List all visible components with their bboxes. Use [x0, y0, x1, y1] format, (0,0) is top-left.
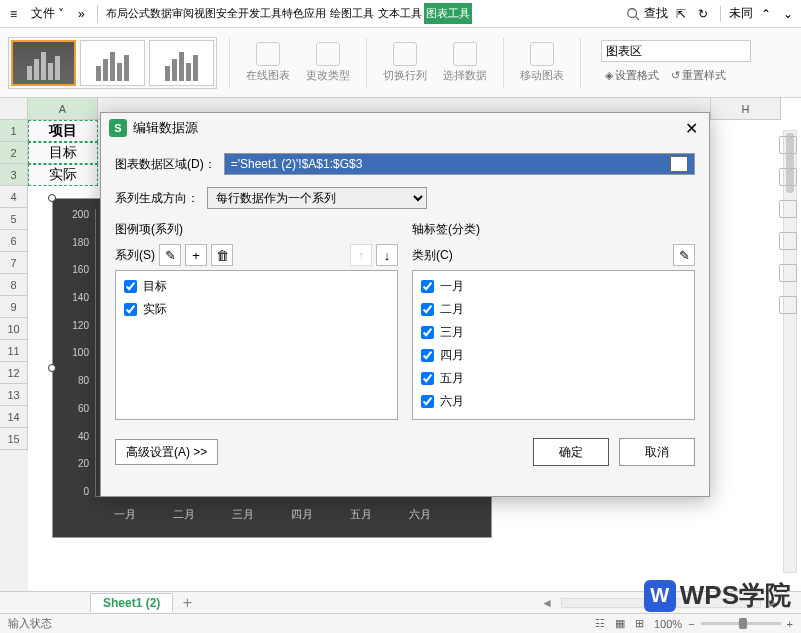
- list-item[interactable]: 三月: [417, 321, 690, 344]
- dialog-titlebar[interactable]: S 编辑数据源 ✕: [101, 113, 709, 143]
- scroll-left-icon[interactable]: ◄: [541, 596, 555, 610]
- tabs-compact[interactable]: 布局公式数据审阅视图安全开发工具特色应用: [104, 3, 328, 24]
- online-chart-button[interactable]: 在线图表: [242, 38, 294, 87]
- move-down-button[interactable]: ↓: [376, 244, 398, 266]
- advanced-button[interactable]: 高级设置(A) >>: [115, 439, 218, 465]
- up-icon[interactable]: ⌃: [761, 7, 775, 21]
- select-all-corner[interactable]: [0, 98, 28, 120]
- list-item[interactable]: 实际: [120, 298, 393, 321]
- row-header[interactable]: 7: [0, 252, 28, 274]
- row-header[interactable]: 14: [0, 406, 28, 428]
- view-icon-1[interactable]: ☷: [595, 617, 605, 630]
- zoom-in-button[interactable]: +: [787, 618, 793, 630]
- col-header-A[interactable]: A: [28, 98, 98, 120]
- zoom-out-button[interactable]: −: [688, 618, 694, 630]
- share-icon[interactable]: ⇱: [676, 7, 690, 21]
- switch-rowcol-button[interactable]: 切换行列: [379, 38, 431, 87]
- list-item[interactable]: 目标: [120, 275, 393, 298]
- checkbox[interactable]: [421, 303, 434, 316]
- set-format-button[interactable]: ◈ 设置格式: [601, 66, 663, 85]
- row-header[interactable]: 13: [0, 384, 28, 406]
- checkbox[interactable]: [421, 349, 434, 362]
- tab-text-tools[interactable]: 文本工具: [376, 3, 424, 24]
- cell-A2[interactable]: 目标: [28, 142, 98, 164]
- col-header-H[interactable]: H: [711, 98, 781, 120]
- row-header[interactable]: 2: [0, 142, 28, 164]
- search-area[interactable]: 查找: [626, 5, 668, 22]
- chart-style-2[interactable]: [80, 40, 145, 86]
- checkbox[interactable]: [421, 280, 434, 293]
- row-header[interactable]: 8: [0, 274, 28, 296]
- chart-style-1[interactable]: [11, 40, 76, 86]
- row-header[interactable]: 11: [0, 340, 28, 362]
- file-menu[interactable]: 文件 ˅: [25, 2, 70, 25]
- row-header[interactable]: 9: [0, 296, 28, 318]
- list-item[interactable]: 五月: [417, 367, 690, 390]
- resize-handle[interactable]: [48, 364, 56, 372]
- separator: [580, 38, 581, 88]
- list-item[interactable]: 二月: [417, 298, 690, 321]
- delete-series-button[interactable]: 🗑: [211, 244, 233, 266]
- sync-status[interactable]: 未同: [729, 5, 753, 22]
- category-label: 类别(C): [412, 247, 453, 264]
- side-icon-2[interactable]: [779, 168, 797, 186]
- sheet-tab[interactable]: Sheet1 (2): [90, 593, 173, 612]
- refresh-icon[interactable]: ↻: [698, 7, 712, 21]
- tab-chart-tools[interactable]: 图表工具: [424, 3, 472, 24]
- range-picker-icon[interactable]: ▦: [670, 156, 688, 172]
- zoom-knob[interactable]: [739, 618, 747, 629]
- checkbox[interactable]: [421, 395, 434, 408]
- add-series-button[interactable]: +: [185, 244, 207, 266]
- side-icon-4[interactable]: [779, 232, 797, 250]
- view-icon-2[interactable]: ▦: [615, 617, 625, 630]
- row-header[interactable]: 6: [0, 230, 28, 252]
- chart-style-3[interactable]: [149, 40, 214, 86]
- cell-A1[interactable]: 项目: [28, 120, 98, 142]
- tab-draw-tools[interactable]: 绘图工具: [328, 3, 376, 24]
- list-item[interactable]: 六月: [417, 390, 690, 413]
- row-header[interactable]: 1: [0, 120, 28, 142]
- zoom-value[interactable]: 100%: [654, 618, 682, 630]
- checkbox[interactable]: [421, 326, 434, 339]
- move-up-button[interactable]: ↑: [350, 244, 372, 266]
- cell-A3[interactable]: 实际: [28, 164, 98, 186]
- change-type-button[interactable]: 更改类型: [302, 38, 354, 87]
- row-header[interactable]: 4: [0, 186, 28, 208]
- edit-category-button[interactable]: ✎: [673, 244, 695, 266]
- hamburger-icon[interactable]: ≡: [4, 4, 23, 24]
- side-icon-1[interactable]: [779, 136, 797, 154]
- down-icon[interactable]: ⌄: [783, 7, 797, 21]
- resize-handle[interactable]: [48, 194, 56, 202]
- list-item[interactable]: 四月: [417, 344, 690, 367]
- view-icon-3[interactable]: ⊞: [635, 617, 644, 630]
- zoom-slider[interactable]: [701, 622, 781, 625]
- select-data-button[interactable]: 选择数据: [439, 38, 491, 87]
- row-header[interactable]: 12: [0, 362, 28, 384]
- side-icon-3[interactable]: [779, 200, 797, 218]
- move-chart-button[interactable]: 移动图表: [516, 38, 568, 87]
- cancel-button[interactable]: 取消: [619, 438, 695, 466]
- row-header[interactable]: 10: [0, 318, 28, 340]
- side-icon-5[interactable]: [779, 264, 797, 282]
- series-list[interactable]: 目标 实际: [115, 270, 398, 420]
- reset-style-button[interactable]: ↺ 重置样式: [667, 66, 730, 85]
- ok-button[interactable]: 确定: [533, 438, 609, 466]
- direction-select[interactable]: 每行数据作为一个系列: [207, 187, 427, 209]
- list-item[interactable]: 一月: [417, 275, 690, 298]
- dropdown-icon: ˅: [58, 7, 64, 21]
- edit-series-button[interactable]: ✎: [159, 244, 181, 266]
- more-menu[interactable]: »: [72, 4, 91, 24]
- move-chart-icon: [530, 42, 554, 66]
- range-input[interactable]: ='Sheet1 (2)'!$A$1:$G$3 ▦: [224, 153, 695, 175]
- checkbox[interactable]: [124, 303, 137, 316]
- category-list[interactable]: 一月 二月 三月 四月 五月 六月: [412, 270, 695, 420]
- checkbox[interactable]: [421, 372, 434, 385]
- checkbox[interactable]: [124, 280, 137, 293]
- close-button[interactable]: ✕: [681, 118, 701, 138]
- row-header[interactable]: 3: [0, 164, 28, 186]
- chart-element-select[interactable]: [601, 40, 751, 62]
- add-sheet-button[interactable]: +: [177, 594, 197, 612]
- row-header[interactable]: 5: [0, 208, 28, 230]
- row-header[interactable]: 15: [0, 428, 28, 450]
- side-icon-6[interactable]: [779, 296, 797, 314]
